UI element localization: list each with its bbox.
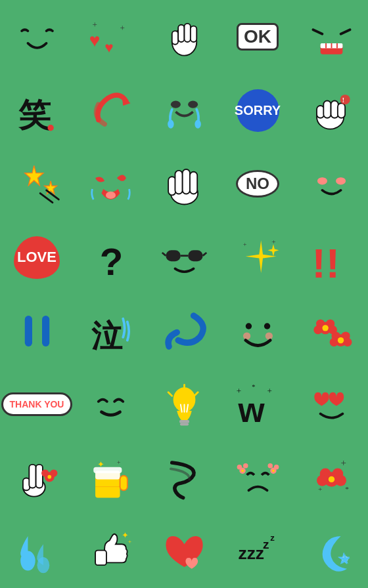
thank-you-cell: THANK YOU	[0, 368, 74, 441]
svg-point-58	[313, 326, 322, 334]
svg-text:z: z	[263, 537, 269, 551]
svg-rect-7	[184, 23, 190, 41]
blush-tongue-cell	[74, 147, 147, 220]
svg-point-66	[337, 337, 343, 343]
svg-rect-114	[95, 550, 106, 565]
svg-point-100	[267, 463, 273, 469]
svg-rect-83	[35, 464, 42, 488]
svg-text:笑: 笑	[18, 97, 51, 133]
svg-point-19	[188, 100, 198, 108]
svg-text:+: +	[116, 459, 120, 465]
svg-rect-34	[175, 170, 182, 194]
svg-point-98	[241, 469, 244, 472]
svg-point-52	[264, 323, 269, 329]
crying-face-cell	[147, 74, 221, 147]
smirk-face-cell	[74, 368, 147, 441]
svg-text:✦: ✦	[97, 459, 104, 469]
no-badge-cell: NO	[221, 147, 294, 220]
svg-text:zzz: zzz	[238, 543, 264, 562]
svg-line-44	[202, 253, 206, 256]
thank-you-text: THANK YOU	[1, 392, 73, 416]
svg-text:+: +	[317, 485, 321, 493]
thumbs-up-cell: ✦ +	[74, 514, 147, 588]
svg-point-51	[245, 323, 251, 329]
svg-text:♥: ♥	[104, 39, 113, 55]
svg-rect-40	[166, 250, 181, 261]
svg-point-64	[329, 337, 338, 346]
svg-rect-6	[178, 24, 184, 41]
svg-rect-82	[29, 464, 35, 488]
flowers-cell	[294, 294, 368, 368]
svg-point-107	[335, 474, 346, 486]
svg-text:+: +	[340, 457, 346, 467]
svg-marker-29	[24, 165, 43, 185]
svg-rect-24	[323, 100, 331, 117]
stars-flying-cell	[0, 147, 74, 220]
exclamations-cell: !!	[294, 220, 368, 294]
svg-point-38	[336, 177, 346, 184]
peace-hand-cell	[0, 441, 74, 514]
svg-point-97	[243, 463, 248, 469]
lightbulb-cell	[147, 368, 221, 441]
w-sparkle-cell: w + + *	[221, 368, 294, 441]
heart-love-cell	[147, 514, 221, 588]
svg-text:+: +	[127, 539, 131, 545]
svg-text:z: z	[270, 532, 275, 542]
open-hand-cell	[147, 147, 221, 220]
svg-text:!: !	[342, 96, 344, 104]
svg-point-96	[237, 464, 242, 469]
svg-point-21	[195, 119, 200, 128]
svg-text:♥: ♥	[89, 30, 100, 50]
svg-text:+: +	[120, 23, 124, 33]
beer-mug-cell: ✦ +	[74, 441, 147, 514]
svg-text:+: +	[267, 385, 271, 395]
svg-point-102	[272, 469, 275, 472]
redo-arrows-cell	[74, 74, 147, 147]
sorry-badge-cell: SORRY	[221, 74, 294, 147]
sad-face-cell	[221, 441, 294, 514]
svg-rect-48	[24, 316, 32, 346]
svg-point-37	[317, 177, 327, 184]
tornado-cell	[147, 441, 221, 514]
svg-point-106	[317, 474, 328, 486]
svg-text:w: w	[237, 390, 265, 429]
love-text: LOVE	[14, 236, 60, 279]
blue-swoop-cell	[147, 294, 221, 368]
svg-rect-68	[179, 419, 189, 423]
svg-text:+: +	[271, 237, 275, 245]
svg-marker-30	[44, 180, 57, 194]
glove-hand-cell	[147, 0, 221, 74]
blue-lines-cell	[0, 294, 74, 368]
svg-rect-35	[182, 169, 189, 194]
fist-bump-cell: !	[294, 74, 368, 147]
svg-point-87	[47, 474, 51, 478]
svg-rect-36	[189, 171, 196, 194]
svg-rect-26	[337, 103, 344, 118]
svg-point-54	[265, 332, 272, 339]
svg-point-18	[170, 100, 180, 108]
laugh-kanji-cell: 笑 .	[0, 74, 74, 147]
svg-point-85	[41, 469, 49, 476]
svg-point-65	[343, 337, 352, 346]
svg-point-20	[168, 119, 173, 128]
svg-point-53	[243, 332, 250, 339]
heart-eyes-cell	[294, 368, 368, 441]
svg-text:+: +	[236, 385, 241, 395]
svg-rect-5	[172, 31, 177, 45]
svg-point-108	[328, 476, 334, 482]
svg-text:*: *	[252, 383, 255, 390]
svg-text:+: +	[92, 20, 97, 30]
svg-rect-49	[42, 316, 49, 346]
sparkles-cell: + +	[221, 220, 294, 294]
svg-point-60	[322, 325, 328, 331]
svg-rect-8	[190, 26, 196, 41]
svg-text:?: ?	[99, 240, 123, 282]
smile-face-cell	[0, 0, 74, 74]
svg-marker-17	[122, 95, 130, 106]
svg-point-101	[273, 464, 279, 469]
no-text: NO	[236, 170, 279, 198]
crescent-moon-cell	[294, 514, 368, 588]
simple-smile-cell	[294, 147, 368, 220]
ok-badge-cell: OK	[221, 0, 294, 74]
svg-text:!!: !!	[311, 239, 339, 282]
